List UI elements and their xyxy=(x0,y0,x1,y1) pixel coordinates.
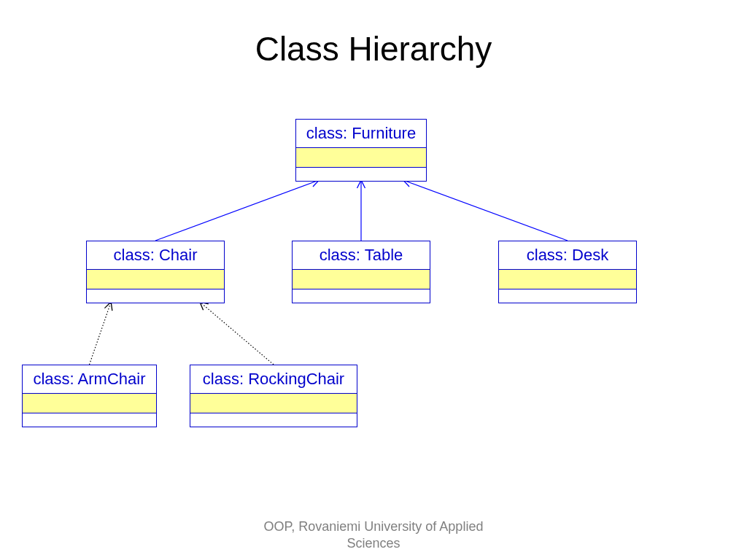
footer-text: OOP, Rovaniemi University of Applied Sci… xyxy=(0,518,747,551)
class-attributes xyxy=(296,148,426,168)
class-name: class: Furniture xyxy=(296,120,426,148)
class-box-rockingchair: class: RockingChair xyxy=(190,365,357,427)
class-attributes xyxy=(87,270,224,289)
class-attributes xyxy=(23,394,156,413)
inheritance-arrow xyxy=(403,180,568,241)
class-name: class: RockingChair xyxy=(190,365,357,394)
class-attributes xyxy=(293,270,430,289)
class-box-table: class: Table xyxy=(292,241,430,303)
footer-line2: Sciences xyxy=(347,536,400,551)
class-operations xyxy=(23,413,156,427)
inheritance-arrow xyxy=(200,302,274,365)
class-box-chair: class: Chair xyxy=(86,241,225,303)
inheritance-arrow xyxy=(90,302,112,365)
class-operations xyxy=(296,168,426,181)
class-operations xyxy=(190,413,357,427)
page-title: Class Hierarchy xyxy=(0,29,747,69)
inheritance-arrow xyxy=(155,180,319,241)
class-attributes xyxy=(190,394,357,413)
footer-line1: OOP, Rovaniemi University of Applied xyxy=(264,519,484,534)
class-name: class: Chair xyxy=(87,241,224,270)
class-box-armchair: class: ArmChair xyxy=(22,365,157,427)
class-attributes xyxy=(499,270,636,289)
class-operations xyxy=(87,289,224,303)
class-box-furniture: class: Furniture xyxy=(295,119,427,182)
class-name: class: ArmChair xyxy=(23,365,156,394)
class-operations xyxy=(499,289,636,303)
class-box-desk: class: Desk xyxy=(498,241,637,303)
class-name: class: Table xyxy=(293,241,430,270)
class-operations xyxy=(293,289,430,303)
class-name: class: Desk xyxy=(499,241,636,270)
